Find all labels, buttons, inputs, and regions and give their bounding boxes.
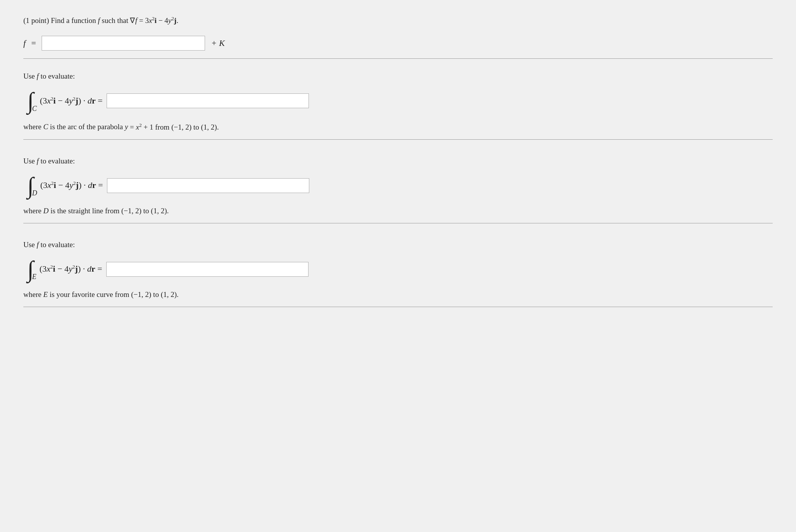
section2-rest: to evaluate: (39, 157, 75, 165)
title-period: . (177, 16, 179, 25)
title-x: x (149, 16, 152, 25)
integral1-sub: C (32, 105, 37, 113)
section1-use: Use (23, 72, 37, 80)
page-container: (1 point) Find a function f such that ∇f… (0, 0, 796, 330)
desc3-where: where (23, 290, 43, 298)
section3-label: Use f to evaluate: (23, 241, 773, 249)
integral2-answer-input[interactable] (107, 178, 309, 193)
section1-rest: to evaluate: (39, 72, 75, 80)
section3-use: Use (23, 241, 37, 249)
desc1-rest: is the arc of the parabola (48, 123, 125, 131)
integral2-integrand: (3x2i − 4y2j) · dr = (40, 180, 103, 190)
section2-label: Use f to evaluate: (23, 157, 773, 165)
integral3-row: ∫ E (3x2i − 4y2j) · dr = (23, 258, 773, 281)
integral1-answer-input[interactable] (107, 93, 309, 108)
integral2-sub: D (32, 189, 37, 197)
section2-use: Use (23, 157, 37, 165)
section1-description: where C is the arc of the parabola y = x… (23, 119, 773, 139)
section2-description: where D is the straight line from (−1, 2… (23, 204, 773, 223)
f-equals-row: f = + K (23, 36, 773, 59)
plus-k: + K (211, 38, 225, 48)
title-minus: − 4 (157, 16, 168, 25)
integral3-integrand: (3x2i − 4y2j) · dr = (39, 264, 102, 274)
section-3: Use f to evaluate: ∫ E (3x2i − 4y2j) · d… (23, 231, 773, 315)
section-2: Use f to evaluate: ∫ D (3x2i − 4y2j) · d… (23, 147, 773, 231)
problem-title: (1 point) Find a function f such that ∇f… (23, 16, 773, 25)
desc1-y: y (125, 123, 128, 131)
title-prefix: (1 point) Find a function (23, 16, 98, 25)
f-label: f (23, 38, 26, 48)
integral1-integrand: (3x2i − 4y2j) · dr = (40, 96, 102, 106)
integral1-row: ∫ C (3x2i − 4y2j) · dr = (23, 89, 773, 112)
desc2-rest: is the straight line from (−1, 2) to (1,… (49, 207, 169, 215)
title-equals-expr: = 3 (137, 16, 149, 25)
section3-rest: to evaluate: (39, 241, 75, 249)
desc2-D: D (43, 207, 49, 215)
desc3-rest: is your favorite curve from (−1, 2) to (… (48, 290, 179, 298)
desc3-E: E (43, 290, 48, 298)
f-answer-input[interactable] (42, 36, 205, 51)
equals-sign: = (31, 38, 36, 48)
integral3-answer-input[interactable] (106, 262, 309, 277)
section-1: Use f to evaluate: ∫ C (3x2i − 4y2j) · d… (23, 63, 773, 147)
title-y: y (168, 16, 171, 25)
desc1-where: where (23, 123, 43, 131)
integral2-row: ∫ D (3x2i − 4y2j) · dr = (23, 174, 773, 197)
section3-description: where E is your favorite curve from (−1,… (23, 288, 773, 307)
integral3-sub: E (32, 273, 36, 281)
desc2-where: where (23, 207, 43, 215)
title-such-that: such that ∇ (100, 16, 135, 25)
desc1-eq: = x2 + 1 from (−1, 2) to (1, 2). (128, 123, 219, 131)
desc1-C: C (43, 123, 48, 131)
section1-label: Use f to evaluate: (23, 72, 773, 81)
